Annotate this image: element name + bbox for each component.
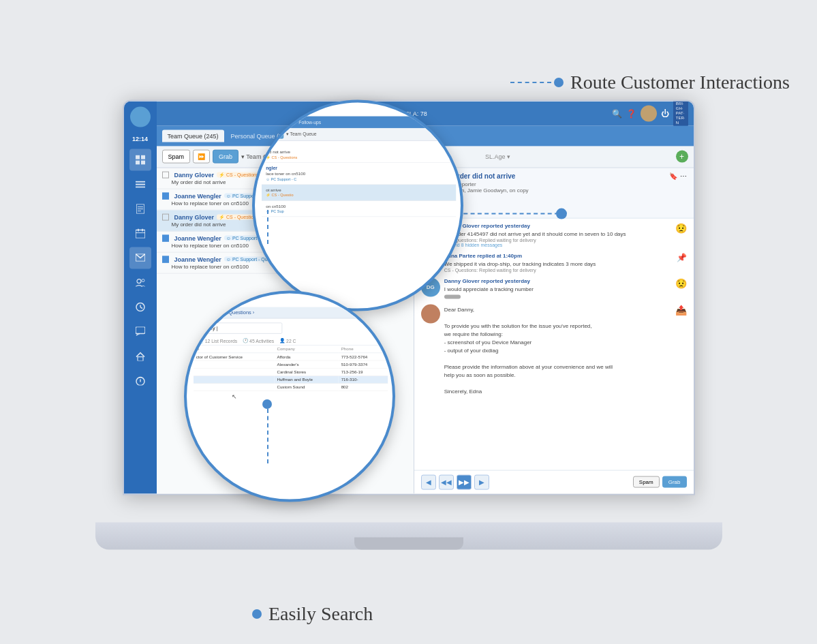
sidebar-icon-timer[interactable] xyxy=(129,369,151,391)
sidebar-icon-email[interactable] xyxy=(129,247,151,269)
action-icons: 🔖 ⋯ xyxy=(669,172,687,179)
sidebar-icon-clock[interactable] xyxy=(129,296,151,318)
sidebar-icon-doc[interactable] xyxy=(129,198,151,219)
footer-right: Spam Grab xyxy=(633,476,687,488)
bookmark-icon[interactable]: 🔖 xyxy=(669,172,677,179)
checkbox[interactable] xyxy=(162,213,169,220)
msg-content: Dear Danny,To provide you with the solut… xyxy=(444,305,671,396)
svg-rect-3 xyxy=(141,160,145,164)
zoom-circle-bottom: PC Support - Questions › timoty | 📄12 Li… xyxy=(184,290,395,502)
zoom-circle-top: Queue (5) Follow-ups Grab ▾ Team Queue v… xyxy=(252,99,463,311)
message-thread: DG Danny Glover reported yesterday my or… xyxy=(414,218,694,470)
spam-button[interactable]: Spam xyxy=(162,150,191,164)
sentiment-icon: 😟 xyxy=(675,277,687,298)
svg-rect-4 xyxy=(136,181,145,182)
next-btn[interactable]: ▶ xyxy=(474,474,489,489)
svg-point-16 xyxy=(137,279,141,283)
sidebar-icon-grid[interactable] xyxy=(129,149,151,170)
user-avatar[interactable] xyxy=(641,105,657,121)
svg-rect-6 xyxy=(136,186,145,187)
zoom-list-item[interactable]: ngler lace toner on cn5100 ☺ PC Support … xyxy=(262,162,456,184)
zoom-tab-queue[interactable]: Queue (5) xyxy=(264,118,293,125)
reply-all-btn[interactable]: ◀◀ xyxy=(439,474,454,489)
tab-team-queue[interactable]: Team Queue (245) xyxy=(162,129,224,142)
forward-btn[interactable]: ▶▶ xyxy=(457,474,472,489)
checkbox[interactable] xyxy=(162,256,169,262)
table-row[interactable]: Cardinal Stores 713-256-19 xyxy=(194,368,388,375)
category-label: PC Support - Questions › xyxy=(194,307,388,318)
table-row[interactable]: ctor of Customer Service Afforda 773-522… xyxy=(194,352,388,360)
result-tabs: 📄12 List Records 🕐45 Activities 👤22 C xyxy=(194,337,388,345)
sidebar-time: 12:14 xyxy=(132,135,148,142)
msg-content: Danny Glover reported yesterday I would … xyxy=(444,277,671,298)
sidebar-icon-chat[interactable] xyxy=(129,320,151,342)
sl-age-filter[interactable]: SL.Age ▾ xyxy=(485,153,510,160)
result-tab-contacts[interactable]: 👤22 C xyxy=(279,337,296,343)
sidebar-icon-calendar[interactable] xyxy=(129,222,151,244)
grab-button[interactable]: Grab xyxy=(213,150,238,164)
connector-v-bottom xyxy=(267,409,268,463)
add-button[interactable]: + xyxy=(676,151,688,163)
laptop-wrapper: 12:14 xyxy=(95,99,722,563)
pin-icon[interactable]: 📌 xyxy=(677,252,687,272)
spam-footer-button[interactable]: Spam xyxy=(633,476,660,488)
msg-avatar xyxy=(421,305,440,324)
table-row[interactable]: Alexander's 510-979-3374 xyxy=(194,361,388,368)
svg-point-17 xyxy=(142,279,144,281)
attachment-bar xyxy=(444,295,461,299)
zoom-toolbar: Grab ▾ Team Queue xyxy=(262,127,456,140)
avatar xyxy=(130,106,151,127)
checkbox[interactable] xyxy=(162,192,169,199)
result-tab-activities[interactable]: 🕐45 Activities xyxy=(242,337,274,343)
zoom-tab-followups[interactable]: Follow-ups xyxy=(294,118,325,125)
power-icon[interactable]: ⏻ xyxy=(661,108,669,118)
sentiment-icon: 😟 xyxy=(675,222,687,247)
send-icon[interactable]: 📤 xyxy=(675,305,687,396)
grab-footer-button[interactable]: Grab xyxy=(662,476,687,488)
zoom-list-item[interactable]: ver did not arrive ⚡ CS - Questions xyxy=(262,140,456,162)
search-icon[interactable]: 🔍 xyxy=(612,108,622,118)
expand-link[interactable]: expand 8 hidden messages xyxy=(444,242,671,247)
sidebar-icon-home[interactable] xyxy=(129,345,151,367)
message-item: Edna Partee replied at 1:40pm We shipped… xyxy=(421,252,687,272)
zoom-inner-content-bottom: PC Support - Questions › timoty | 📄12 Li… xyxy=(194,307,388,401)
connector-h xyxy=(457,213,559,214)
zoom-search-input[interactable]: timoty | xyxy=(198,322,282,333)
svg-rect-22 xyxy=(138,356,143,361)
col-role: le xyxy=(194,346,275,353)
result-tab-list[interactable]: 📄12 List Records xyxy=(198,337,237,343)
sidebar-icon-menu[interactable] xyxy=(129,173,151,195)
zoom-team-queue[interactable]: ▾ Team Queue xyxy=(286,131,317,136)
svg-line-20 xyxy=(140,307,142,308)
svg-rect-0 xyxy=(136,155,140,159)
sidebar-icon-users[interactable] xyxy=(129,271,151,293)
sidebar: 12:14 xyxy=(124,101,157,493)
annotation-bottom-title: Easily Search xyxy=(268,603,373,625)
col-company: Company xyxy=(274,346,338,353)
zoom-list-item[interactable]: on cn5100 ☺ PC Sup xyxy=(262,200,456,217)
forward-button[interactable]: ⏩ xyxy=(193,150,210,164)
connector-dot xyxy=(556,208,567,219)
table-row[interactable]: Custom Sound 802 xyxy=(194,383,388,390)
connector-line xyxy=(510,78,564,87)
col-phone: Phone xyxy=(338,346,387,353)
msg-content: Edna Partee replied at 1:40pm We shipped… xyxy=(444,252,673,272)
checkbox[interactable] xyxy=(162,171,169,178)
zoom-list-item-selected[interactable]: ot arrive ⚡ CS - Questio xyxy=(262,185,456,201)
svg-rect-11 xyxy=(136,230,145,238)
zoom-search-area: timoty | xyxy=(194,318,388,338)
reply-btn[interactable]: ◀ xyxy=(421,474,436,489)
connector-dot-bottom xyxy=(262,399,272,409)
help-icon[interactable]: ❓ xyxy=(626,108,636,118)
connector-v-top xyxy=(267,210,268,244)
svg-rect-1 xyxy=(141,155,145,159)
annotation-right: Route Customer Interactions xyxy=(510,72,790,93)
table-row-selected[interactable]: Huffman and Boyle 716-310- xyxy=(194,375,388,383)
annotation-bottom: Easily Search xyxy=(252,603,373,625)
zoom-grab-button[interactable]: Grab xyxy=(264,129,283,138)
annotation-title: Route Customer Interactions xyxy=(570,72,790,93)
app-logo: BRI· GH· PAT· TER· N xyxy=(673,101,688,127)
more-icon[interactable]: ⋯ xyxy=(680,172,687,179)
search-results-table: le Company Phone ctor of Customer Servic… xyxy=(194,346,388,391)
checkbox[interactable] xyxy=(162,234,169,241)
